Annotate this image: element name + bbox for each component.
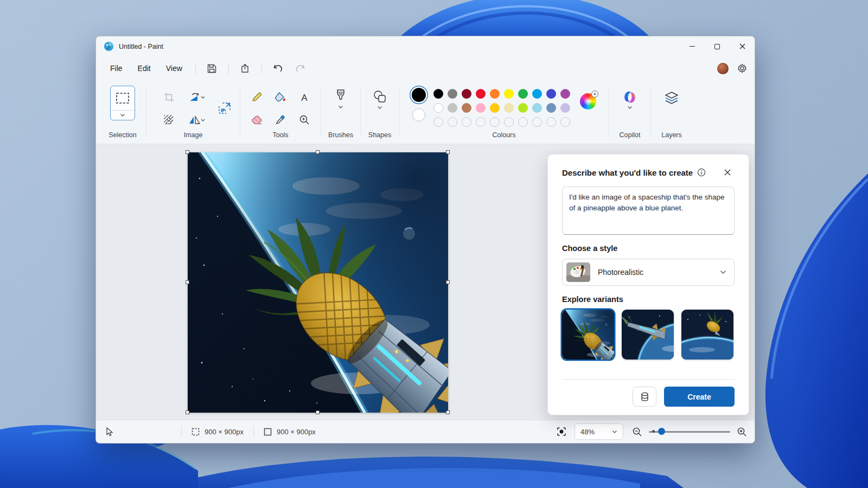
brushes-button[interactable] <box>336 89 346 103</box>
info-icon[interactable] <box>697 168 706 177</box>
selection-handle-bottom-left[interactable] <box>186 410 189 414</box>
flip-button[interactable] <box>189 115 205 125</box>
variant-thumbnail-1[interactable] <box>562 310 614 359</box>
variant-thumbnail-2[interactable] <box>622 310 674 359</box>
colour-swatch[interactable] <box>504 103 514 113</box>
minimize-button[interactable] <box>680 36 705 56</box>
menu-edit[interactable]: Edit <box>130 61 158 76</box>
zoom-out-button[interactable] <box>632 427 642 437</box>
share-button[interactable] <box>236 60 254 77</box>
window-title: Untitled - Paint <box>119 43 163 50</box>
selection-handle-mid-left[interactable] <box>186 280 189 284</box>
redo-button[interactable] <box>291 60 309 77</box>
colour-swatch[interactable] <box>518 89 528 99</box>
colour-swatch[interactable] <box>532 103 542 113</box>
shapes-button[interactable] <box>373 90 387 103</box>
divider <box>195 63 196 74</box>
fit-to-screen-button[interactable] <box>556 426 567 437</box>
colour-slot-empty[interactable] <box>532 117 542 127</box>
zoom-slider[interactable] <box>649 426 730 437</box>
colour-2-swatch[interactable] <box>412 108 425 121</box>
colour-slot-empty[interactable] <box>490 117 500 127</box>
canvas-image-pineapple-spaceship[interactable] <box>188 152 448 413</box>
colour-swatch[interactable] <box>462 103 471 113</box>
title-bar: Untitled - Paint <box>96 36 755 56</box>
svg-text:A: A <box>301 92 308 102</box>
selection-handle-top-center[interactable] <box>316 150 320 154</box>
copilot-button[interactable] <box>622 90 637 104</box>
canvas-area[interactable]: Describe what you'd like to create I'd l… <box>96 144 755 420</box>
zoom-slider-thumb[interactable] <box>658 428 665 435</box>
colour-slot-empty[interactable] <box>504 117 514 127</box>
selection-handle-top-left[interactable] <box>186 150 189 154</box>
colour-swatch[interactable] <box>462 89 471 99</box>
variant-thumbnail-3[interactable] <box>681 310 733 359</box>
settings-gear-icon[interactable] <box>737 63 747 73</box>
colour-swatch[interactable] <box>546 103 556 113</box>
colour-swatch[interactable] <box>490 103 500 113</box>
selection-tool-button[interactable] <box>110 86 135 120</box>
colour-swatch[interactable] <box>448 89 457 99</box>
prompt-input[interactable]: I'd like an image of a spaceship that's … <box>562 187 735 235</box>
colour-slot-empty[interactable] <box>448 117 457 127</box>
brushes-dropdown-chevron-icon[interactable] <box>338 105 343 109</box>
menu-view[interactable]: View <box>158 61 190 76</box>
selection-dropdown[interactable] <box>111 110 135 120</box>
undo-button[interactable] <box>269 60 288 77</box>
background-removal-button[interactable] <box>163 114 174 125</box>
colour-1-swatch[interactable] <box>412 88 426 102</box>
zoom-level-dropdown[interactable]: 48% <box>575 423 623 440</box>
pencil-button[interactable] <box>251 92 262 102</box>
colour-swatch[interactable] <box>476 89 486 99</box>
redo-icon <box>295 63 305 73</box>
selection-handle-mid-right[interactable] <box>446 280 450 284</box>
colour-swatch[interactable] <box>518 103 528 113</box>
menu-file[interactable]: File <box>103 61 130 76</box>
create-button[interactable]: Create <box>664 387 735 407</box>
colour-swatch[interactable] <box>560 89 570 99</box>
text-tool-button[interactable]: A <box>299 92 309 102</box>
status-bar: 900 × 900px 900 × 900px 48% <box>96 420 755 443</box>
save-button[interactable] <box>203 60 221 77</box>
colour-slot-empty[interactable] <box>462 117 471 127</box>
colour-swatch[interactable] <box>476 103 486 113</box>
divider <box>181 426 182 437</box>
rotate-button[interactable] <box>189 92 205 102</box>
layers-button[interactable] <box>664 91 679 105</box>
panel-close-button[interactable] <box>720 165 735 179</box>
colour-swatch[interactable] <box>546 89 556 99</box>
magnifier-button[interactable] <box>299 114 310 125</box>
colour-swatch[interactable] <box>448 103 457 113</box>
colour-slot-empty[interactable] <box>560 117 570 127</box>
eraser-button[interactable] <box>251 115 263 125</box>
colour-swatch[interactable] <box>532 89 542 99</box>
zoom-in-button[interactable] <box>737 427 747 437</box>
crop-button[interactable] <box>164 92 174 102</box>
copilot-dropdown-chevron-icon[interactable] <box>627 106 633 110</box>
colour-slot-empty[interactable] <box>433 117 443 127</box>
close-button[interactable] <box>730 36 755 56</box>
colour-swatch[interactable] <box>490 89 500 99</box>
resize-image-button[interactable] <box>218 101 232 115</box>
colour-slot-empty[interactable] <box>546 117 556 127</box>
credits-button[interactable] <box>633 387 656 407</box>
maximize-button[interactable] <box>705 36 730 56</box>
close-icon <box>739 43 745 49</box>
style-dropdown[interactable]: Photorealistic <box>562 259 735 286</box>
fill-button[interactable] <box>275 92 286 102</box>
shapes-dropdown-chevron-icon[interactable] <box>377 106 382 110</box>
layers-group-label: Layers <box>661 131 682 139</box>
user-avatar[interactable] <box>717 63 729 74</box>
selection-handle-top-right[interactable] <box>446 150 450 154</box>
colour-swatch[interactable] <box>433 103 443 113</box>
colour-swatch[interactable] <box>560 103 570 113</box>
image-group-label: Image <box>184 131 203 139</box>
selection-handle-bottom-center[interactable] <box>316 410 320 414</box>
colour-slot-empty[interactable] <box>518 117 528 127</box>
colour-slot-empty[interactable] <box>476 117 486 127</box>
colour-swatch[interactable] <box>504 89 514 99</box>
edit-colours-button[interactable]: + <box>580 93 596 110</box>
colour-swatch[interactable] <box>433 89 443 99</box>
selection-handle-bottom-right[interactable] <box>446 410 450 414</box>
eyedropper-button[interactable] <box>275 114 286 125</box>
